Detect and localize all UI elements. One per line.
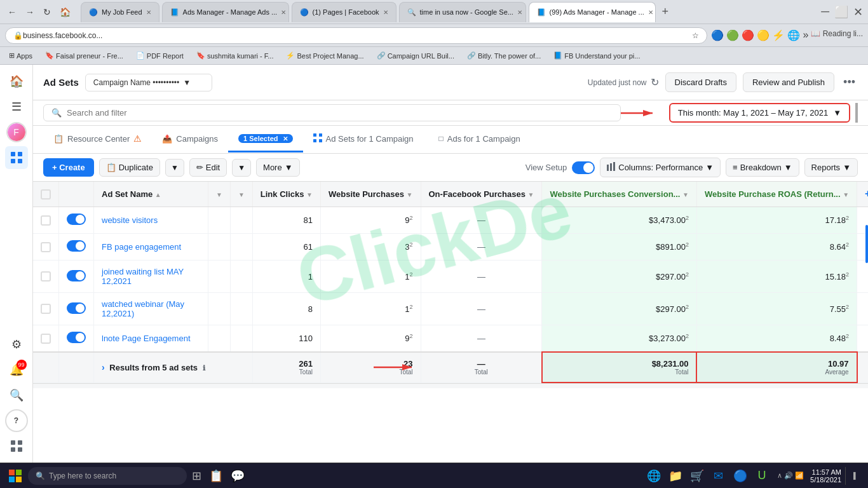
roas-sort-icon[interactable]: ▼ [843,191,849,198]
reload-button[interactable]: ↻ [41,6,53,18]
reports-button[interactable]: Reports ▼ [804,158,858,177]
review-publish-button[interactable]: Review and Publish [743,72,834,92]
row4-name-link[interactable]: watched webinar (May 12,2021) [102,299,184,318]
view-setup-toggle[interactable] [572,161,595,174]
total-checkbox [33,352,59,383]
tab-resource-center[interactable]: 📋 Resource Center ⚠ [43,126,152,153]
select-all-checkbox[interactable] [41,189,51,200]
top-bar-more-button[interactable]: ••• [841,73,858,92]
address-bar[interactable]: 🔒 business.facebook.co... ☆ [5,27,707,44]
horizontal-scrollbar[interactable] [33,383,868,388]
sidebar-home-icon[interactable]: 🏠 [5,70,28,93]
row4-toggle-switch[interactable] [67,302,86,314]
row2-name-link[interactable]: FB page engagement [102,242,181,252]
tab-1-close[interactable]: ✕ [146,9,151,16]
create-button[interactable]: + Create [43,158,94,177]
search-input[interactable] [67,108,613,118]
wp-sort-icon[interactable]: ▼ [407,191,413,198]
bookmark-faisal[interactable]: 🔖 Faisal preneur - Fre... [41,50,127,61]
add-column-icon[interactable]: + [865,188,868,199]
sidebar-search-icon[interactable]: 🔍 [5,384,28,407]
extensions-more[interactable]: » [803,29,808,41]
extension-icon-5[interactable]: ⚡ [772,29,785,41]
reading-list-icon[interactable]: 📖 Reading li... [811,29,863,41]
sidebar-notifications-icon[interactable]: 🔔 99 [5,358,28,381]
tab-campaigns[interactable]: 📤 Campaigns [152,126,228,153]
bookmark-campaign-url[interactable]: 🔗 Campaign URL Buil... [373,50,458,61]
campaign-selector[interactable]: Campaign Name •••••••••• ▼ [85,74,212,92]
refresh-button[interactable]: ↻ [651,76,659,88]
selected-close[interactable]: ✕ [283,135,288,142]
row4-check[interactable] [41,304,51,314]
extension-icon-3[interactable]: 🔴 [742,29,754,41]
tab-ads-for-campaign[interactable]: □ Ads for 1 Campaign [429,126,531,153]
expand-total-icon[interactable]: › [102,362,105,372]
edit-dropdown-button[interactable]: ▼ [232,159,251,177]
duplicate-button[interactable]: 📋 Duplicate [99,158,160,177]
sidebar-help-icon[interactable]: ? [5,409,28,432]
tab-ad-sets[interactable]: 1 Selected ✕ [228,126,302,152]
sort2-icon[interactable]: ▼ [238,191,245,198]
new-tab-button[interactable]: + [658,5,673,18]
extension-icon-2[interactable]: 🟢 [726,29,739,41]
extension-icon-4[interactable]: 🟡 [757,29,770,41]
onfb-sort-icon[interactable]: ▼ [528,191,534,198]
browser-tab-4[interactable]: 🔍 time in usa now - Google Se... ✕ [399,2,526,22]
more-button[interactable]: More ▼ [256,158,300,177]
row5-check[interactable] [41,334,51,344]
row3-check[interactable] [41,271,51,281]
bookmark-star[interactable]: ☆ [692,31,699,40]
date-range-selector[interactable]: This month: May 1, 2021 – May 17, 2021 ▼ [669,103,850,123]
sidebar-settings-icon[interactable]: ⚙ [5,333,28,356]
tab-4-close[interactable]: ✕ [517,9,522,16]
sidebar-grid-icon[interactable] [5,146,28,169]
row5-name-link[interactable]: lnote Page Engagement [102,334,191,343]
browser-tab-5[interactable]: 📘 (99) Ads Manager - Manage ... ✕ [529,2,656,22]
columns-button[interactable]: Columns: Performance ▼ [600,158,721,177]
bookmark-pdf[interactable]: 📄 PDF Report [132,50,187,61]
extension-icon-1[interactable]: 🔵 [711,29,724,41]
close-window-button[interactable]: ✕ [853,5,863,19]
edit-button[interactable]: ✏ Edit [189,158,227,177]
sidebar-menu-icon[interactable]: ☰ [5,95,28,118]
forward-button[interactable]: → [23,6,37,18]
right-resize[interactable] [855,103,858,123]
browser-tab-1[interactable]: 🔵 My Job Feed ✕ [81,2,159,22]
row2-check[interactable] [41,242,51,252]
row1-check[interactable] [41,215,51,226]
header-plus[interactable]: + + [857,182,868,207]
bookmark-bitly[interactable]: 🔗 Bitly. The power of... [463,50,545,61]
row3-toggle-switch[interactable] [67,270,86,281]
wc-sort-icon[interactable]: ▼ [682,191,689,198]
minimize-button[interactable]: ─ [821,5,829,19]
sidebar-avatar-icon[interactable]: F [6,122,27,142]
row3-name-link[interactable]: joined waiting list MAY 12,2021 [102,267,184,286]
tab-2-close[interactable]: ✕ [281,9,286,16]
bookmark-project[interactable]: ⚡ Best Project Manag... [282,50,367,61]
bookmark-fb[interactable]: 📘 FB Understand your pi... [550,50,644,61]
tab-ad-sets-for-campaign[interactable]: Ad Sets for 1 Campaign [303,126,424,154]
tab-5-close[interactable]: ✕ [648,9,653,16]
sidebar-add-icon[interactable] [5,435,28,458]
sort1-icon[interactable]: ▼ [216,191,222,198]
discard-drafts-button[interactable]: Discard Drafts [665,72,736,92]
link-clicks-sort-icon[interactable]: ▼ [306,191,313,198]
duplicate-dropdown-button[interactable]: ▼ [165,159,184,177]
breakdown-button[interactable]: ≡ Breakdown ▼ [726,158,799,177]
row1-name-link[interactable]: website visitors [102,215,158,225]
bookmark-sushmita[interactable]: 🔖 sushmita kumari - F... [193,50,278,61]
row1-toggle-switch[interactable] [67,214,86,225]
bookmark-apps[interactable]: ⊞ Apps [5,50,36,61]
browser-tab-3[interactable]: 🔵 (1) Pages | Facebook ✕ [292,2,397,22]
restore-button[interactable]: ⬜ [834,5,848,19]
search-filter[interactable]: 🔍 [43,104,621,121]
browser-tab-2[interactable]: 📘 Ads Manager - Manage Ads ... ✕ [162,2,289,22]
back-button[interactable]: ← [5,6,19,18]
row5-toggle-switch[interactable] [67,332,86,343]
name-sort-icon[interactable]: ▲ [155,191,161,198]
home-browser-button[interactable]: 🏠 [57,6,73,18]
extension-icon-6[interactable]: 🌐 [787,29,800,41]
tab-3-close[interactable]: ✕ [383,9,388,16]
row2-toggle-switch[interactable] [67,240,86,252]
resize-handle[interactable] [865,225,868,263]
